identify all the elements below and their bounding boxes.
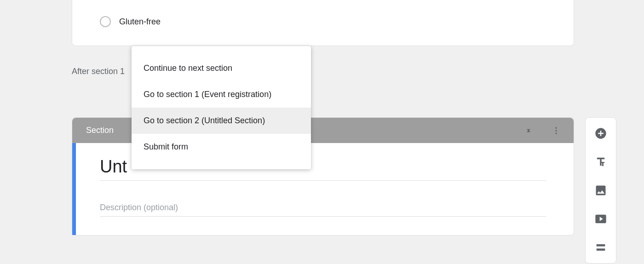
add-title-button[interactable] (592, 153, 610, 171)
section-header-actions (520, 122, 564, 139)
add-video-button[interactable] (592, 210, 610, 228)
dropdown-item-goto-section-1[interactable]: Go to section 1 (Event registration) (132, 81, 311, 108)
side-toolbar (585, 117, 616, 264)
after-section-label: After section 1 (72, 67, 125, 76)
section-menu-button[interactable] (548, 122, 564, 139)
section-counter: Section (86, 126, 114, 135)
svg-point-0 (555, 127, 557, 128)
section-icon (594, 241, 607, 254)
question-card: Gluten-free (72, 0, 574, 46)
dropdown-item-goto-section-2[interactable]: Go to section 2 (Untitled Section) (132, 108, 311, 134)
svg-rect-3 (597, 244, 605, 247)
dropdown-item-continue[interactable]: Continue to next section (132, 55, 311, 81)
svg-point-2 (555, 132, 557, 134)
radio-option[interactable]: Gluten-free (100, 16, 546, 27)
collapse-section-button[interactable] (520, 122, 537, 139)
more-vertical-icon (552, 126, 561, 135)
section-navigation-dropdown: Continue to next section Go to section 1… (132, 46, 311, 169)
add-section-button[interactable] (592, 238, 610, 257)
radio-circle-icon (100, 16, 111, 27)
text-icon (594, 155, 607, 168)
image-icon (594, 184, 607, 197)
add-question-button[interactable] (592, 124, 610, 143)
section-description-input[interactable] (100, 197, 546, 217)
video-icon (594, 212, 607, 225)
add-circle-icon (594, 127, 607, 140)
add-image-button[interactable] (592, 181, 610, 200)
svg-rect-4 (597, 248, 605, 251)
collapse-icon (524, 126, 533, 135)
active-accent-bar (72, 143, 76, 235)
radio-option-label: Gluten-free (119, 17, 161, 27)
svg-point-1 (555, 130, 557, 131)
dropdown-item-submit-form[interactable]: Submit form (132, 134, 311, 160)
